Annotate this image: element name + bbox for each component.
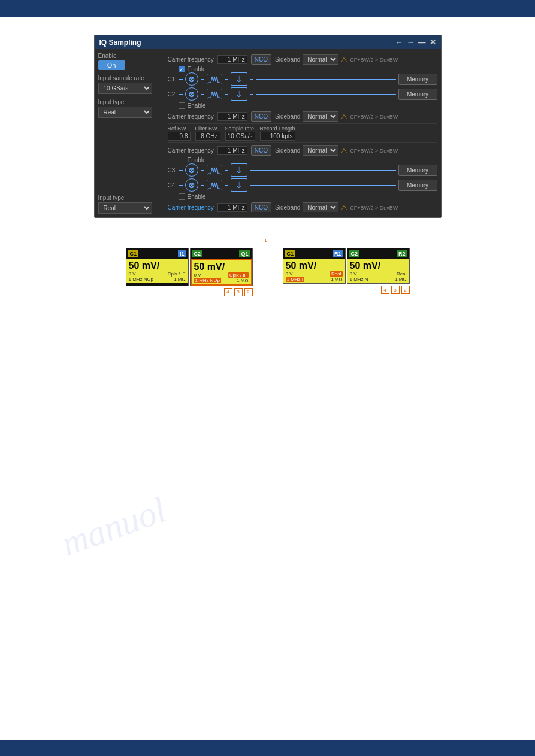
watermark: manuol (56, 489, 172, 564)
sideband-section-4: Sideband Normal ⚠ CF+BW/2 > DevBW (275, 202, 437, 212)
nco-button-2[interactable]: NCO (251, 111, 271, 122)
c1-i1-line2-left: 1 MHz NUp (129, 277, 153, 282)
input-type-row-top: Real (98, 107, 160, 118)
carrier-freq-label-1: Carrier frequency (168, 56, 214, 63)
c2-r2-line2-left: 1 MHz N (350, 277, 368, 282)
c2-r2-header-label: C2 (349, 250, 360, 257)
dialog-back-btn[interactable]: ← (395, 38, 403, 47)
on-button[interactable]: On (98, 60, 125, 70)
enable-label-c3: Enable (188, 157, 206, 163)
dialog-minimize-btn[interactable]: — (418, 38, 426, 47)
sideband-dropdown-2[interactable]: Normal (303, 111, 338, 122)
c3-long-line (250, 170, 396, 171)
c2-long-line (256, 94, 396, 95)
channel-row-c4: C4 ⊗ ⇓ Memory (168, 178, 437, 192)
c4-long-line (250, 185, 396, 186)
filter-bw-group: Filter BW 8 GHz (195, 126, 220, 141)
c3-memory-button[interactable]: Memory (398, 165, 437, 176)
c1-i1-voltage: 50 mV/ (129, 260, 186, 271)
c1-post-filter-line (225, 79, 228, 80)
enable-checkbox-c2[interactable] (179, 102, 185, 109)
c4-memory-button[interactable]: Memory (398, 180, 437, 191)
sideband-dropdown-3[interactable]: Normal (303, 145, 338, 156)
filter-bw-label: Filter BW (195, 126, 220, 132)
sideband-dropdown-1[interactable]: Normal (303, 54, 338, 65)
c2-r2-header: C2 ···· R2 (347, 248, 409, 259)
right-cards-row: C1 ···· R1 50 mV/ 0 V Real 1 MHz I 1 MΩ (283, 248, 410, 284)
section-4: Carrier frequency NCO Sideband Normal ⚠ … (168, 201, 437, 214)
c3-downsample-icon: ⇓ (231, 163, 247, 177)
c1-i1-line1: 0 V Cplx / IF (129, 271, 186, 277)
input-type-dropdown-bottom[interactable]: Real (98, 202, 152, 214)
c4-post-filter-line (225, 185, 228, 186)
dialog-close-btn[interactable]: ✕ (430, 38, 436, 47)
channel-row-c1: C1 ⊗ ⇓ Memory (168, 72, 437, 86)
left-panel: Enable On Input sample rate 10 GSa/s Inp… (98, 53, 164, 214)
right-badge-3: 3 (391, 286, 400, 294)
nco-button-3[interactable]: NCO (251, 145, 271, 156)
enable-checkbox-c3[interactable] (179, 157, 185, 163)
enable-label-c4: Enable (188, 193, 206, 200)
enable-section: Enable On (98, 53, 160, 70)
c1-r1-line2-right: 1 MΩ (331, 277, 342, 282)
section-1: Carrier frequency 1 MHz NCO Sideband Nor… (168, 53, 437, 109)
warning-text-3: CF+BW/2 > DevBW (350, 148, 398, 154)
c1-i1-line1-right: Cplx / IF (168, 271, 186, 277)
c1-r1-card: C1 ···· R1 50 mV/ 0 V Real 1 MHz I 1 MΩ (283, 248, 346, 284)
c4-post-mixer-line (201, 185, 204, 186)
c2-r2-line2-right: 1 MΩ (395, 277, 406, 282)
sample-rate-value: 10 GSa/s (225, 132, 255, 141)
carrier-area-4: Carrier frequency NCO Sideband Normal ⚠ … (168, 201, 437, 214)
section-3: Carrier frequency NCO Sideband Normal ⚠ … (168, 144, 437, 200)
nco-button-4[interactable]: NCO (251, 202, 271, 212)
carrier-freq-input-3[interactable] (217, 146, 247, 155)
ref-bw-value[interactable] (168, 132, 191, 141)
enable-label-c1: Enable (188, 66, 206, 72)
dialog-forward-btn[interactable]: → (407, 38, 415, 47)
warning-icon-2: ⚠ (341, 113, 347, 121)
input-sample-rate-dropdown[interactable]: 10 GSa/s (98, 83, 152, 94)
left-badge-4: 4 (224, 288, 232, 296)
carrier-freq-input-1[interactable]: 1 MHz (217, 55, 247, 64)
c1-memory-button[interactable]: Memory (398, 74, 437, 85)
c2-q1-card: C2 ···· Q1 50 mV/ 0 V Cplx / IF 1 MHz NU… (190, 248, 253, 286)
right-diagram-group: C1 ···· R1 50 mV/ 0 V Real 1 MHz I 1 MΩ (283, 248, 410, 296)
i1-label: I1 (178, 250, 186, 257)
enable-checkbox-c4[interactable] (179, 193, 185, 200)
record-length-group: Record Length 100 kpts (260, 126, 295, 141)
carrier-freq-input-2[interactable] (217, 112, 247, 121)
input-type-section-top: Input type Real (98, 99, 160, 118)
sideband-dropdown-4[interactable]: Normal (303, 202, 338, 212)
c1-r1-body: 50 mV/ 0 V Real 1 MHz I 1 MΩ (283, 259, 345, 283)
carrier-area-1: Carrier frequency 1 MHz NCO Sideband Nor… (168, 53, 437, 66)
c2-post-mixer-line (201, 94, 204, 95)
c1-r1-header: C1 ···· R1 (283, 248, 345, 259)
c3-filter-icon (207, 165, 222, 175)
c1-r1-line1-left: 0 V (286, 271, 293, 277)
sideband-label-2: Sideband (275, 113, 300, 120)
nco-button-1[interactable]: NCO (251, 54, 271, 65)
input-sample-rate-section: Input sample rate 10 GSa/s (98, 75, 160, 94)
c2-q1-body: 50 mV/ 0 V Cplx / IF 1 MHz NUp 1 MΩ (191, 259, 252, 286)
carrier-area-3: Carrier frequency NCO Sideband Normal ⚠ … (168, 144, 437, 157)
c1-header-label: C1 (128, 250, 139, 257)
sideband-section-1: Sideband Normal ⚠ CF+BW/2 > DevBW (275, 54, 437, 65)
sideband-label-1: Sideband (275, 56, 300, 63)
c2-r2-line1-right: Real (397, 271, 406, 277)
c1-r1-line1: 0 V Real (286, 271, 343, 277)
enable-checkbox-c1[interactable]: ✓ (179, 66, 185, 72)
c2-r2-line1: 0 V Real (350, 271, 407, 277)
c2-r2-voltage: 50 mV/ (350, 260, 407, 271)
c1-r1-line2: 1 MHz I 1 MΩ (286, 277, 343, 282)
c2-q1-header: C2 ···· Q1 (191, 248, 252, 259)
c1-post-ds-line (250, 79, 253, 80)
input-type-dropdown-top[interactable]: Real (98, 107, 152, 118)
sample-rate-group: Sample rate 10 GSa/s (225, 126, 255, 141)
carrier-freq-input-4[interactable] (217, 203, 247, 212)
c2-q1-line2-right: 1 MΩ (237, 278, 248, 283)
c2-r2-body: 50 mV/ 0 V Real 1 MHz N 1 MΩ (347, 259, 409, 283)
c1-i1-card: C1 ···· I1 50 mV/ 0 V Cplx / IF 1 MHz NU… (126, 248, 189, 286)
channel-diagrams-area: 1 C1 ···· I1 50 mV/ 0 V Cplx / IF (0, 248, 535, 296)
c2-filter-icon (207, 89, 222, 99)
c2-memory-button[interactable]: Memory (398, 89, 437, 100)
